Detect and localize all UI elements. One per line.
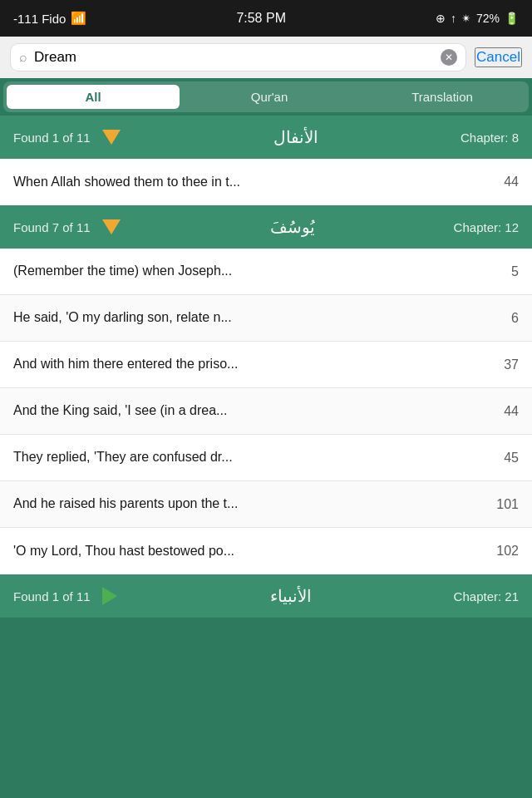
verse-num: 5 bbox=[485, 264, 519, 279]
battery-text: 72% bbox=[476, 12, 500, 25]
segmented-control: All Qur'an Translation bbox=[0, 78, 532, 116]
clear-button[interactable]: ✕ bbox=[441, 49, 457, 66]
search-icon: ⌕ bbox=[19, 50, 27, 65]
result-text: He said, 'O my darling son, relate n... bbox=[13, 309, 485, 327]
chapter-header-bottom[interactable]: Found 1 of 11 الأنبياء Chapter: 21 bbox=[0, 574, 532, 618]
found-text-1: Found 1 of 11 bbox=[13, 131, 91, 145]
battery-icon: 🔋 bbox=[505, 12, 519, 25]
chapter-header-1[interactable]: Found 1 of 11 الأنفال Chapter: 8 bbox=[0, 116, 532, 159]
location-icon: ⊕ bbox=[436, 12, 446, 25]
chapter-num-2: Chapter: 12 bbox=[454, 220, 519, 234]
tab-translation[interactable]: Translation bbox=[356, 81, 529, 112]
arabic-text-1: الأنفال bbox=[132, 127, 461, 147]
bluetooth-icon: ✴ bbox=[461, 12, 471, 25]
seg-inner: All Qur'an Translation bbox=[3, 81, 529, 112]
chapter-header-2[interactable]: Found 7 of 11 يُوسُفَ Chapter: 12 bbox=[0, 205, 532, 249]
result-row[interactable]: They replied, 'They are confused dr... 4… bbox=[0, 435, 532, 481]
wifi-icon: 📶 bbox=[71, 11, 86, 26]
result-row[interactable]: (Remember the time) when Joseph... 5 bbox=[0, 249, 532, 295]
result-row[interactable]: He said, 'O my darling son, relate n... … bbox=[0, 295, 532, 342]
chapter-num-1: Chapter: 8 bbox=[461, 131, 519, 145]
cancel-button[interactable]: Cancel bbox=[475, 47, 522, 67]
found-text-bottom: Found 1 of 11 bbox=[13, 589, 91, 603]
status-right: ⊕ ↑ ✴ 72% 🔋 bbox=[436, 12, 519, 25]
result-row[interactable]: When Allah showed them to thee in t... 4… bbox=[0, 159, 532, 205]
result-text: And the King said, 'I see (in a drea... bbox=[13, 402, 485, 420]
triangle-down-icon-1[interactable] bbox=[102, 130, 121, 145]
arrow-icon: ↑ bbox=[451, 12, 456, 25]
result-text: When Allah showed them to thee in t... bbox=[13, 174, 485, 191]
search-input[interactable] bbox=[34, 49, 434, 66]
triangle-down-icon-2[interactable] bbox=[102, 219, 121, 234]
verse-num: 101 bbox=[485, 497, 519, 512]
result-text: And with him there entered the priso... bbox=[13, 356, 485, 373]
carrier-text: -111 Fido bbox=[13, 12, 66, 26]
result-row[interactable]: 'O my Lord, Thou hast bestowed po... 102 bbox=[0, 528, 532, 574]
result-text: (Remember the time) when Joseph... bbox=[13, 263, 485, 280]
result-row[interactable]: And he raised his parents upon the t... … bbox=[0, 481, 532, 528]
result-text: 'O my Lord, Thou hast bestowed po... bbox=[13, 543, 485, 560]
verse-num: 44 bbox=[485, 404, 519, 419]
verse-num: 102 bbox=[485, 544, 519, 559]
tab-all[interactable]: All bbox=[7, 85, 180, 109]
triangle-right-icon[interactable] bbox=[102, 587, 117, 605]
tab-quran[interactable]: Qur'an bbox=[183, 81, 356, 112]
search-input-wrapper: ⌕ ✕ bbox=[10, 43, 466, 71]
found-text-2: Found 7 of 11 bbox=[13, 220, 91, 234]
result-text: And he raised his parents upon the t... bbox=[13, 495, 485, 513]
verse-num: 6 bbox=[485, 311, 519, 326]
result-row[interactable]: And the King said, 'I see (in a drea... … bbox=[0, 388, 532, 435]
chapter-num-bottom: Chapter: 21 bbox=[454, 589, 519, 603]
arabic-text-2: يُوسُفَ bbox=[132, 217, 454, 237]
group-1: Found 1 of 11 الأنفال Chapter: 8 When Al… bbox=[0, 116, 532, 205]
status-left: -111 Fido 📶 bbox=[13, 11, 86, 26]
verse-num: 45 bbox=[485, 451, 519, 466]
status-bar: -111 Fido 📶 7:58 PM ⊕ ↑ ✴ 72% 🔋 bbox=[0, 0, 532, 37]
result-text: They replied, 'They are confused dr... bbox=[13, 449, 485, 466]
search-bar: ⌕ ✕ Cancel bbox=[0, 37, 532, 78]
group-2: Found 7 of 11 يُوسُفَ Chapter: 12 (Remem… bbox=[0, 205, 532, 574]
result-row[interactable]: And with him there entered the priso... … bbox=[0, 342, 532, 388]
status-time: 7:58 PM bbox=[236, 11, 286, 26]
verse-num: 37 bbox=[485, 357, 519, 372]
verse-num: 44 bbox=[485, 175, 519, 190]
arabic-text-bottom: الأنبياء bbox=[129, 586, 454, 606]
